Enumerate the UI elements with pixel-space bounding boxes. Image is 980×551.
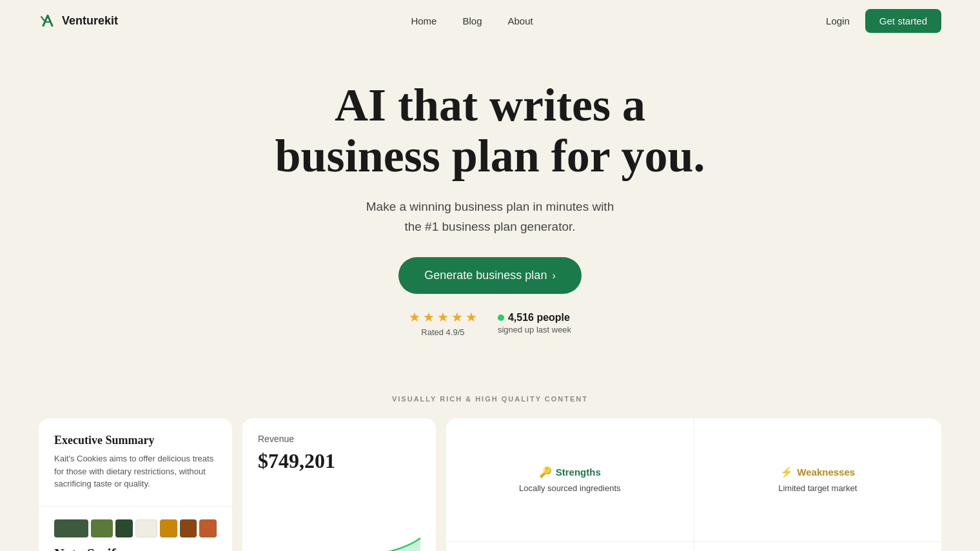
swatch-1 xyxy=(54,519,88,537)
swatch-2 xyxy=(91,519,113,537)
logo-icon xyxy=(39,12,57,30)
revenue-chart xyxy=(258,478,420,551)
swatch-3 xyxy=(115,519,133,537)
nav-home[interactable]: Home xyxy=(411,15,436,26)
star-1: ★ xyxy=(409,309,420,325)
signups-label: signed up last week xyxy=(498,325,571,334)
social-proof: ★ ★ ★ ★ ★ Rated 4.9/5 4,516 people signe… xyxy=(13,309,967,337)
font-name: Noto Serif xyxy=(54,545,217,551)
exec-summary-card: Executive Summary Kait's Cookies aims to… xyxy=(39,418,232,551)
logo-text: Venturekit xyxy=(62,14,118,28)
logo[interactable]: Venturekit xyxy=(39,12,118,30)
exec-summary-top: Executive Summary Kait's Cookies aims to… xyxy=(39,418,232,507)
generate-plan-button[interactable]: Generate business plan › xyxy=(398,257,581,294)
strengths-text: Locally sourced ingredients xyxy=(519,483,621,493)
swot-weaknesses: ⚡ Weaknesses Limited target market xyxy=(694,418,942,541)
strengths-label: Strengths xyxy=(556,467,601,478)
star-3: ★ xyxy=(437,309,449,325)
exec-summary-text: Kait's Cookies aims to offer delicious t… xyxy=(54,452,217,490)
star-4: ★ xyxy=(451,309,463,325)
weaknesses-text: Limited target market xyxy=(778,483,857,493)
revenue-label: Revenue xyxy=(258,434,420,444)
arrow-icon: › xyxy=(552,270,555,282)
rating-text: Rated 4.9/5 xyxy=(409,327,477,337)
revenue-amount: $749,201 xyxy=(258,449,420,473)
swatch-5 xyxy=(160,519,177,537)
revenue-chart-svg xyxy=(258,532,420,551)
exec-summary-bottom: Noto Serif Our body font is a clean circ… xyxy=(39,507,232,551)
hero-subtitle: Make a winning business plan in minutes … xyxy=(13,197,967,237)
weaknesses-label: Weaknesses xyxy=(797,467,855,478)
signups-block: 4,516 people signed up last week xyxy=(498,312,571,334)
online-indicator xyxy=(498,314,504,321)
stars: ★ ★ ★ ★ ★ xyxy=(409,309,477,325)
nav-blog[interactable]: Blog xyxy=(462,15,482,26)
nav-links: Home Blog About xyxy=(411,15,533,26)
color-palette xyxy=(54,519,217,537)
swatch-7 xyxy=(199,519,217,537)
hero-section: AI that writes a business plan for you. … xyxy=(0,41,980,363)
swot-strengths: 🔑 Strengths Locally sourced ingredients xyxy=(446,418,694,541)
nav-about[interactable]: About xyxy=(507,15,533,26)
exec-summary-title: Executive Summary xyxy=(54,434,217,447)
nav-right: Login Get started xyxy=(826,9,941,33)
swot-opportunities: 🌱 Opportunities Special events and cater… xyxy=(446,542,694,551)
login-link[interactable]: Login xyxy=(826,15,850,26)
navbar: Venturekit Home Blog About Login Get sta… xyxy=(0,0,980,41)
star-5: ★ xyxy=(466,309,477,325)
strengths-icon: 🔑 xyxy=(539,466,552,478)
get-started-button[interactable]: Get started xyxy=(865,9,941,33)
rating-block: ★ ★ ★ ★ ★ Rated 4.9/5 xyxy=(409,309,477,337)
revenue-card: Revenue $749,201 xyxy=(242,418,436,551)
cards-row: Executive Summary Kait's Cookies aims to… xyxy=(0,418,980,551)
swatch-6 xyxy=(180,519,197,537)
hero-title: AI that writes a business plan for you. xyxy=(232,80,748,182)
star-2: ★ xyxy=(423,309,435,325)
weaknesses-icon: ⚡ xyxy=(780,466,793,478)
section-label: VISUALLY RICH & HIGH QUALITY CONTENT xyxy=(0,395,980,403)
revenue-col: Revenue $749,201 🥐 Vega xyxy=(242,418,436,551)
swatch-4 xyxy=(135,519,157,537)
swot-card: 🔑 Strengths Locally sourced ingredients … xyxy=(446,418,941,551)
signups-count: 4,516 people xyxy=(498,312,571,324)
swot-threats: 🔥 Threats Rising ingredient costs xyxy=(694,542,942,551)
